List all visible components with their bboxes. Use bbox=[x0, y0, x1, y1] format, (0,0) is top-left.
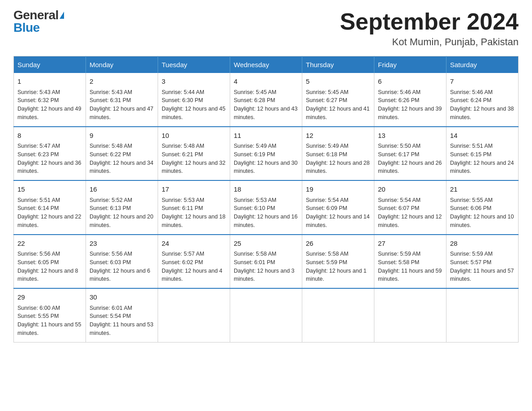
day-number: 30 bbox=[90, 292, 154, 303]
weekday-header: Thursday bbox=[302, 56, 374, 73]
daylight-text: Daylight: 12 hours and 32 minutes. bbox=[162, 160, 225, 175]
weekday-header: Monday bbox=[86, 56, 158, 73]
sunrise-text: Sunrise: 5:50 AM bbox=[378, 143, 420, 149]
sunset-text: Sunset: 6:11 PM bbox=[162, 205, 203, 211]
day-number: 20 bbox=[378, 184, 442, 195]
calendar-day-cell: 19 Sunrise: 5:54 AM Sunset: 6:09 PM Dayl… bbox=[302, 180, 374, 235]
sunrise-text: Sunrise: 5:43 AM bbox=[90, 89, 132, 95]
calendar-day-cell: 27 Sunrise: 5:59 AM Sunset: 5:58 PM Dayl… bbox=[374, 235, 446, 289]
day-number: 6 bbox=[378, 77, 442, 87]
day-number: 14 bbox=[450, 131, 515, 141]
day-number: 7 bbox=[450, 77, 515, 87]
day-number: 22 bbox=[17, 239, 82, 249]
sunset-text: Sunset: 6:23 PM bbox=[17, 151, 59, 158]
calendar-day-cell: 13 Sunrise: 5:50 AM Sunset: 6:17 PM Dayl… bbox=[374, 127, 446, 181]
sunrise-text: Sunrise: 5:51 AM bbox=[450, 143, 493, 149]
sunrise-text: Sunrise: 5:44 AM bbox=[162, 89, 204, 95]
calendar-week-row: 1 Sunrise: 5:43 AM Sunset: 6:32 PM Dayli… bbox=[14, 73, 519, 127]
sunrise-text: Sunrise: 5:58 AM bbox=[234, 251, 276, 257]
sunrise-text: Sunrise: 5:53 AM bbox=[162, 197, 204, 203]
day-number: 27 bbox=[378, 239, 442, 249]
sunrise-text: Sunrise: 5:56 AM bbox=[90, 251, 132, 257]
day-number: 1 bbox=[17, 77, 82, 87]
sunset-text: Sunset: 6:26 PM bbox=[378, 97, 419, 103]
calendar-day-cell: 8 Sunrise: 5:47 AM Sunset: 6:23 PM Dayli… bbox=[14, 127, 86, 181]
calendar-week-row: 8 Sunrise: 5:47 AM Sunset: 6:23 PM Dayli… bbox=[14, 127, 519, 181]
calendar-day-cell: 9 Sunrise: 5:48 AM Sunset: 6:22 PM Dayli… bbox=[86, 127, 158, 181]
calendar-week-row: 29 Sunrise: 6:00 AM Sunset: 5:55 PM Dayl… bbox=[14, 288, 519, 342]
calendar-day-cell: 7 Sunrise: 5:46 AM Sunset: 6:24 PM Dayli… bbox=[446, 73, 519, 127]
calendar-day-cell: 14 Sunrise: 5:51 AM Sunset: 6:15 PM Dayl… bbox=[446, 127, 519, 181]
daylight-text: Daylight: 12 hours and 14 minutes. bbox=[306, 214, 369, 228]
sunrise-text: Sunrise: 5:59 AM bbox=[378, 251, 420, 257]
daylight-text: Daylight: 11 hours and 55 minutes. bbox=[17, 321, 81, 336]
daylight-text: Daylight: 12 hours and 38 minutes. bbox=[450, 106, 514, 120]
calendar-day-cell: 29 Sunrise: 6:00 AM Sunset: 5:55 PM Dayl… bbox=[14, 288, 86, 342]
day-number: 28 bbox=[450, 239, 515, 249]
calendar-day-cell bbox=[374, 288, 446, 342]
sunrise-text: Sunrise: 5:49 AM bbox=[306, 143, 348, 149]
daylight-text: Daylight: 11 hours and 59 minutes. bbox=[378, 268, 442, 283]
calendar-day-cell: 24 Sunrise: 5:57 AM Sunset: 6:02 PM Dayl… bbox=[158, 235, 230, 289]
day-number: 24 bbox=[162, 239, 226, 249]
daylight-text: Daylight: 12 hours and 47 minutes. bbox=[90, 106, 153, 120]
calendar-day-cell bbox=[158, 288, 230, 342]
sunset-text: Sunset: 6:15 PM bbox=[450, 151, 491, 158]
calendar-day-cell: 26 Sunrise: 5:58 AM Sunset: 5:59 PM Dayl… bbox=[302, 235, 374, 289]
day-number: 18 bbox=[234, 184, 298, 195]
calendar-day-cell: 21 Sunrise: 5:55 AM Sunset: 6:06 PM Dayl… bbox=[446, 180, 519, 235]
daylight-text: Daylight: 12 hours and 36 minutes. bbox=[17, 160, 81, 175]
calendar-day-cell: 5 Sunrise: 5:45 AM Sunset: 6:27 PM Dayli… bbox=[302, 73, 374, 127]
sunset-text: Sunset: 6:19 PM bbox=[234, 151, 275, 158]
day-number: 2 bbox=[90, 77, 154, 87]
calendar-day-cell: 17 Sunrise: 5:53 AM Sunset: 6:11 PM Dayl… bbox=[158, 180, 230, 235]
weekday-header: Saturday bbox=[446, 56, 519, 73]
day-number: 12 bbox=[306, 131, 370, 141]
daylight-text: Daylight: 11 hours and 57 minutes. bbox=[450, 268, 514, 283]
sunrise-text: Sunrise: 5:53 AM bbox=[234, 197, 276, 203]
sunrise-text: Sunrise: 5:56 AM bbox=[17, 251, 60, 257]
day-number: 23 bbox=[90, 239, 154, 249]
title-block: September 2024 Kot Mumin, Punjab, Pakist… bbox=[340, 9, 519, 48]
sunrise-text: Sunrise: 5:43 AM bbox=[17, 89, 60, 95]
daylight-text: Daylight: 12 hours and 16 minutes. bbox=[234, 214, 297, 228]
sunset-text: Sunset: 6:17 PM bbox=[378, 151, 419, 158]
calendar-day-cell bbox=[230, 288, 302, 342]
sunrise-text: Sunrise: 5:48 AM bbox=[90, 143, 132, 149]
calendar-day-cell: 10 Sunrise: 5:48 AM Sunset: 6:21 PM Dayl… bbox=[158, 127, 230, 181]
sunrise-text: Sunrise: 5:52 AM bbox=[90, 197, 132, 203]
daylight-text: Daylight: 12 hours and 18 minutes. bbox=[162, 214, 225, 228]
sunset-text: Sunset: 6:22 PM bbox=[90, 151, 131, 158]
calendar-day-cell bbox=[446, 288, 519, 342]
daylight-text: Daylight: 12 hours and 34 minutes. bbox=[90, 160, 153, 175]
sunrise-text: Sunrise: 5:49 AM bbox=[234, 143, 276, 149]
sunrise-text: Sunrise: 6:01 AM bbox=[90, 305, 132, 311]
calendar-day-cell: 20 Sunrise: 5:54 AM Sunset: 6:07 PM Dayl… bbox=[374, 180, 446, 235]
day-number: 8 bbox=[17, 131, 82, 141]
day-number: 11 bbox=[234, 131, 298, 141]
logo-triangle-icon bbox=[60, 12, 64, 19]
calendar-week-row: 15 Sunrise: 5:51 AM Sunset: 6:14 PM Dayl… bbox=[14, 180, 519, 235]
sunset-text: Sunset: 6:02 PM bbox=[162, 259, 203, 265]
day-number: 4 bbox=[234, 77, 298, 87]
sunset-text: Sunset: 6:09 PM bbox=[306, 205, 347, 211]
sunset-text: Sunset: 6:13 PM bbox=[90, 205, 131, 211]
daylight-text: Daylight: 12 hours and 39 minutes. bbox=[378, 106, 442, 120]
daylight-text: Daylight: 12 hours and 49 minutes. bbox=[17, 106, 81, 120]
calendar-day-cell: 12 Sunrise: 5:49 AM Sunset: 6:18 PM Dayl… bbox=[302, 127, 374, 181]
day-number: 26 bbox=[306, 239, 370, 249]
calendar-day-cell: 3 Sunrise: 5:44 AM Sunset: 6:30 PM Dayli… bbox=[158, 73, 230, 127]
sunset-text: Sunset: 5:59 PM bbox=[306, 259, 347, 265]
sunrise-text: Sunrise: 5:46 AM bbox=[378, 89, 420, 95]
logo: General Blue bbox=[13, 9, 64, 34]
weekday-header: Wednesday bbox=[230, 56, 302, 73]
day-number: 29 bbox=[17, 292, 82, 303]
sunrise-text: Sunrise: 5:45 AM bbox=[234, 89, 276, 95]
sunset-text: Sunset: 6:21 PM bbox=[162, 151, 203, 158]
sunrise-text: Sunrise: 5:59 AM bbox=[450, 251, 493, 257]
calendar-day-cell: 4 Sunrise: 5:45 AM Sunset: 6:28 PM Dayli… bbox=[230, 73, 302, 127]
day-number: 21 bbox=[450, 184, 515, 195]
daylight-text: Daylight: 12 hours and 12 minutes. bbox=[378, 214, 442, 228]
sunset-text: Sunset: 5:57 PM bbox=[450, 259, 491, 265]
logo-blue-text: Blue bbox=[13, 21, 40, 34]
